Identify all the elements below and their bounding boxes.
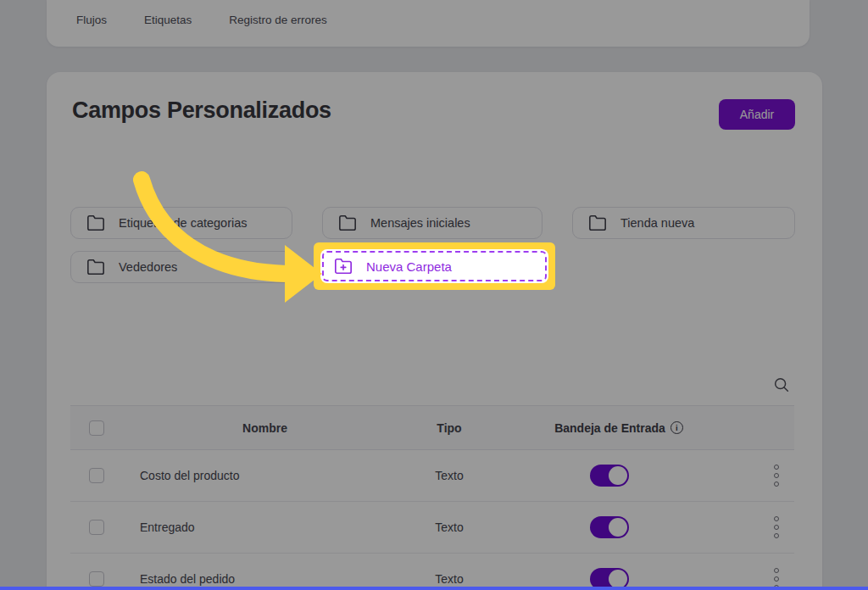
highlight-box: Nueva Carpeta: [314, 242, 555, 290]
screenshot-root: Flujos Etiquetas Registro de errores Cam…: [0, 0, 868, 590]
folder-plus-icon: [334, 257, 353, 276]
folder-chip-label: Nueva Carpeta: [366, 259, 452, 274]
dim-overlay: [0, 0, 868, 590]
bottom-edge-strip: [0, 587, 868, 590]
folder-chip-nueva-carpeta[interactable]: Nueva Carpeta: [320, 249, 548, 283]
